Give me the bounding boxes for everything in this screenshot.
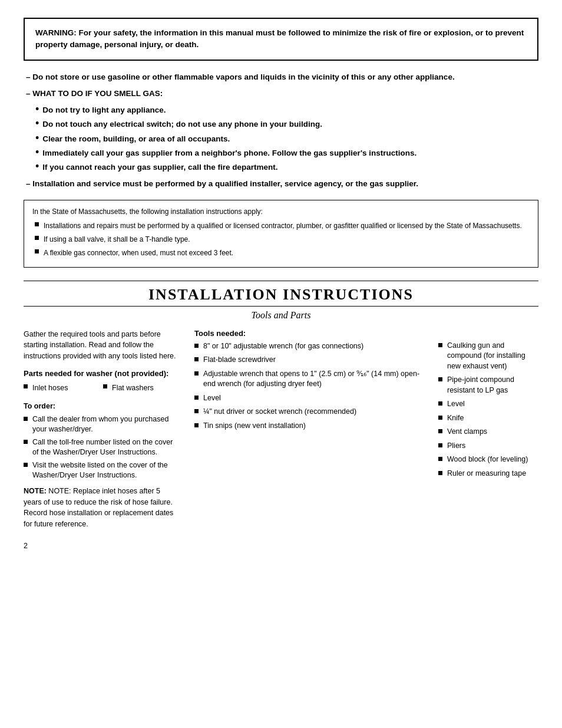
square-bullet-icon (194, 344, 199, 348)
mass-item-2: If using a ball valve, it shall be a T-h… (32, 234, 530, 245)
square-bullet-icon (35, 249, 39, 253)
mass-intro: In the State of Massachusetts, the follo… (32, 206, 530, 217)
extra-tool-item-3: Level (438, 399, 538, 410)
square-bullet-icon (35, 236, 39, 240)
safety-subitem-5: • If you cannot reach your gas supplier,… (26, 162, 536, 173)
warning-box: WARNING: For your safety, the informatio… (24, 18, 538, 61)
safety-subitem-1: • Do not try to light any appliance. (26, 104, 536, 116)
extra-tool-item-1: Caulking gun and compound (for installin… (438, 341, 538, 372)
square-bullet-icon (438, 343, 442, 347)
extra-tool-item-8: Ruler or measuring tape (438, 469, 538, 479)
mass-item-1: Installations and repairs must be perfor… (32, 220, 530, 231)
safety-subitem-2: • Do not touch any electrical switch; do… (26, 118, 536, 130)
page-number: 2 (24, 542, 538, 550)
mass-item-3: A flexible gas connector, when used, mus… (32, 248, 530, 258)
square-bullet-icon (24, 440, 28, 444)
safety-subitem-4: • Immediately call your gas supplier fro… (26, 147, 536, 159)
title-divider-top (24, 281, 538, 281)
order-item-1: Call the dealer from whom you purchased … (24, 414, 177, 435)
intro-text: Gather the required tools and parts befo… (24, 329, 177, 362)
to-order-title: To order: (24, 401, 177, 412)
tool-item-3: Adjustable wrench that opens to 1" (2.5 … (194, 369, 427, 390)
order-item-2: Call the toll-free number listed on the … (24, 437, 177, 458)
tools-col2-spacer (438, 329, 538, 341)
square-bullet-icon (438, 416, 442, 420)
note-text: NOTE: NOTE: Replace inlet hoses after 5 … (24, 486, 177, 530)
tool-item-5: ¼" nut driver or socket wrench (recommen… (194, 407, 427, 417)
bullet-dot-icon: • (35, 104, 39, 114)
parts-col-2: Flat washers (103, 383, 177, 396)
bullet-dot-icon: • (35, 133, 39, 143)
square-bullet-icon (438, 401, 442, 406)
parts-col-1: Inlet hoses (24, 383, 97, 396)
safety-subitem-3: • Clear the room, building, or area of a… (26, 133, 536, 145)
square-bullet-icon (438, 443, 442, 447)
square-bullet-icon (438, 429, 442, 433)
square-bullet-icon (24, 417, 28, 421)
safety-item-gasoline: – Do not store or use gasoline or other … (26, 71, 536, 83)
square-bullet-icon (194, 423, 199, 427)
square-bullet-icon (24, 384, 28, 388)
tools-column-2: Caulking gun and compound (for installin… (438, 329, 538, 483)
extra-tool-item-4: Knife (438, 413, 538, 424)
content-area: Gather the required tools and parts befo… (24, 329, 538, 530)
extra-tool-item-2: Pipe-joint compound resistant to LP gas (438, 375, 538, 396)
left-column: Gather the required tools and parts befo… (24, 329, 177, 530)
part-flat-washers: Flat washers (103, 383, 177, 394)
part-inlet-hoses: Inlet hoses (24, 383, 97, 394)
square-bullet-icon (438, 471, 442, 475)
title-divider-bottom (24, 306, 538, 307)
tool-item-6: Tin snips (new vent installation) (194, 421, 427, 431)
warning-text: WARNING: For your safety, the informatio… (35, 27, 527, 51)
tool-item-1: 8" or 10" adjustable wrench (for gas con… (194, 341, 427, 352)
order-item-3: Visit the website listed on the cover of… (24, 460, 177, 481)
tool-item-4: Level (194, 393, 427, 404)
parts-title: Parts needed for washer (not provided): (24, 368, 177, 380)
square-bullet-icon (103, 384, 107, 388)
square-bullet-icon (194, 396, 199, 400)
safety-section: – Do not store or use gasoline or other … (24, 71, 538, 190)
square-bullet-icon (194, 357, 199, 361)
tool-item-2: Flat-blade screwdriver (194, 355, 427, 365)
bullet-dot-icon: • (35, 118, 39, 129)
tools-column-1: Tools needed: 8" or 10" adjustable wrenc… (194, 329, 427, 483)
bullet-dot-icon: • (35, 147, 39, 157)
tools-subtitle: Tools and Parts (24, 310, 538, 321)
parts-grid: Inlet hoses Flat washers (24, 383, 177, 396)
square-bullet-icon (438, 457, 442, 461)
safety-item-smell-gas: – WHAT TO DO IF YOU SMELL GAS: (26, 88, 536, 100)
square-bullet-icon (194, 371, 199, 375)
square-bullet-icon (438, 377, 442, 381)
tools-needed-title: Tools needed: (194, 329, 427, 338)
safety-item-installation: – Installation and service must be perfo… (26, 178, 536, 190)
extra-tool-item-7: Wood block (for leveling) (438, 454, 538, 465)
right-column: Tools needed: 8" or 10" adjustable wrenc… (194, 329, 538, 483)
extra-tool-item-5: Vent clamps (438, 427, 538, 437)
install-title: Installation Instructions (24, 286, 538, 304)
square-bullet-icon (194, 409, 199, 413)
extra-tool-item-6: Pliers (438, 441, 538, 452)
massachusetts-box: In the State of Massachusetts, the follo… (24, 200, 538, 268)
square-bullet-icon (35, 222, 39, 226)
note-label: NOTE: (24, 487, 48, 495)
bullet-dot-icon: • (35, 161, 39, 172)
square-bullet-icon (24, 463, 28, 467)
